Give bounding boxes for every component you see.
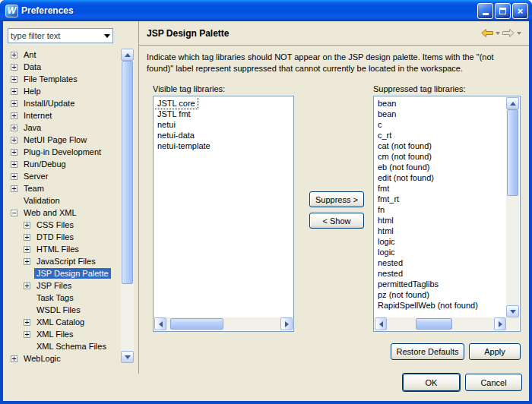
scrollbar-thumb[interactable]	[122, 61, 133, 284]
scroll-right-button[interactable]	[280, 317, 293, 330]
forward-dropdown-icon[interactable]	[517, 32, 521, 35]
list-item[interactable]: nested	[375, 268, 405, 279]
tree-item-java[interactable]: +Java	[5, 122, 117, 134]
ok-button[interactable]: OK	[403, 374, 460, 391]
scrollbar-thumb[interactable]	[507, 109, 518, 196]
scroll-up-button[interactable]	[506, 97, 519, 109]
expand-icon[interactable]: +	[11, 355, 17, 362]
tree-item-task-tags[interactable]: Task Tags	[5, 292, 117, 304]
list-item[interactable]: cm (not found)	[375, 151, 434, 162]
expand-icon[interactable]: +	[11, 52, 17, 58]
minimize-button[interactable]	[477, 3, 493, 19]
back-arrow-icon[interactable]	[481, 29, 493, 37]
list-item[interactable]: cat (not found)	[375, 140, 434, 151]
suppressed-list-vscrollbar[interactable]	[506, 97, 519, 317]
expand-icon[interactable]: +	[11, 112, 17, 119]
scrollbar-track[interactable]	[166, 317, 280, 330]
tree-item-weblogic[interactable]: +WebLogic	[5, 352, 117, 363]
tree-item-jsp-design-palette[interactable]: JSP Design Palette	[5, 267, 117, 279]
list-item[interactable]: bean	[375, 109, 398, 119]
forward-arrow-icon[interactable]	[502, 29, 515, 37]
expand-icon[interactable]: +	[11, 64, 17, 71]
tree-item-run-debug[interactable]: +Run/Debug	[5, 158, 117, 170]
suppressed-taglibs-listbox[interactable]: beanbeancc_rtcat (not found)cm (not foun…	[373, 96, 521, 332]
scroll-right-button[interactable]	[494, 317, 506, 330]
tree-scrollbar[interactable]	[121, 49, 134, 363]
tree-item-xml-catalog[interactable]: +XML Catalog	[5, 316, 117, 328]
expand-icon[interactable]: +	[11, 137, 17, 144]
scroll-up-button[interactable]	[121, 49, 134, 61]
tree-item-team[interactable]: +Team	[5, 182, 117, 194]
visible-taglibs-listbox[interactable]: JSTL coreJSTL fmtnetuinetui-datanetui-te…	[153, 96, 294, 332]
list-item[interactable]: html	[375, 215, 396, 226]
filter-combo[interactable]	[8, 28, 113, 43]
tree-item-plug-in-development[interactable]: +Plug-in Development	[5, 146, 117, 158]
tree-item-server[interactable]: +Server	[5, 170, 117, 182]
scrollbar-track[interactable]	[121, 61, 134, 351]
suppress-button[interactable]: Suppress >	[309, 191, 364, 207]
suppressed-list-hscrollbar[interactable]	[375, 317, 506, 330]
back-dropdown-icon[interactable]	[496, 32, 500, 35]
scroll-down-button[interactable]	[121, 351, 134, 363]
list-item[interactable]: logic	[375, 247, 397, 257]
filter-dropdown-button[interactable]	[102, 34, 112, 38]
tree-item-xml-schema-files[interactable]: XML Schema Files	[5, 340, 117, 352]
list-item[interactable]: netui	[155, 119, 178, 130]
tree-item-ant[interactable]: +Ant	[5, 49, 117, 61]
tree-item-xml-files[interactable]: +XML Files	[5, 328, 117, 340]
expand-icon[interactable]: +	[11, 100, 17, 107]
tree-item-html-files[interactable]: +HTML Files	[5, 243, 117, 255]
expand-icon[interactable]: +	[11, 88, 17, 95]
expand-icon[interactable]: +	[24, 258, 30, 265]
tree-item-file-templates[interactable]: +File Templates	[5, 73, 117, 85]
expand-icon[interactable]: +	[24, 246, 30, 253]
tree-item-wsdl-files[interactable]: WSDL Files	[5, 304, 117, 316]
list-item[interactable]: fmt_rt	[375, 194, 401, 204]
tree-item-internet[interactable]: +Internet	[5, 109, 117, 122]
tree-item-validation[interactable]: Validation	[5, 194, 117, 207]
list-item[interactable]: JSTL core	[155, 98, 198, 109]
list-item[interactable]: pz (not found)	[375, 289, 432, 300]
collapse-icon[interactable]: −	[11, 210, 17, 216]
expand-icon[interactable]: +	[24, 222, 30, 229]
list-item[interactable]: fn	[375, 204, 387, 215]
expand-icon[interactable]: +	[24, 282, 30, 289]
tree-item-netui-page-flow[interactable]: +NetUI Page Flow	[5, 134, 117, 146]
scrollbar-thumb[interactable]	[416, 318, 452, 330]
tree-item-data[interactable]: +Data	[5, 61, 117, 73]
expand-icon[interactable]: +	[24, 234, 30, 241]
scrollbar-track[interactable]	[506, 109, 519, 305]
scroll-left-button[interactable]	[375, 317, 387, 330]
expand-icon[interactable]: +	[11, 76, 17, 83]
scrollbar-thumb[interactable]	[170, 318, 224, 330]
expand-icon[interactable]: +	[11, 161, 17, 168]
show-button[interactable]: < Show	[309, 213, 364, 229]
list-item[interactable]: RapidSpellWeb (not found)	[375, 300, 480, 311]
expand-icon[interactable]: +	[11, 149, 17, 156]
tree-item-css-files[interactable]: +CSS Files	[5, 219, 117, 231]
list-item[interactable]: netui-template	[155, 140, 213, 151]
expand-icon[interactable]: +	[24, 319, 30, 326]
close-button[interactable]: ×	[512, 3, 528, 19]
list-item[interactable]: html	[375, 226, 396, 236]
list-item[interactable]: netui-data	[155, 130, 197, 140]
apply-button[interactable]: Apply	[469, 343, 521, 360]
maximize-button[interactable]	[495, 3, 511, 19]
restore-defaults-button[interactable]: Restore Defaults	[391, 343, 464, 360]
tree-item-javascript-files[interactable]: +JavaScript Files	[5, 255, 117, 267]
tree-item-help[interactable]: +Help	[5, 85, 117, 97]
expand-icon[interactable]: +	[11, 125, 17, 131]
scrollbar-track[interactable]	[387, 317, 494, 330]
scroll-down-button[interactable]	[506, 305, 519, 317]
cancel-button[interactable]: Cancel	[465, 374, 522, 391]
expand-icon[interactable]: +	[11, 173, 17, 180]
filter-input[interactable]	[8, 31, 102, 40]
list-item[interactable]: eb (not found)	[375, 162, 432, 172]
list-item[interactable]: c	[375, 119, 385, 130]
expand-icon[interactable]: +	[24, 331, 30, 338]
list-item[interactable]: logic	[375, 236, 397, 247]
list-item[interactable]: fmt	[375, 183, 391, 194]
tree-item-install-update[interactable]: +Install/Update	[5, 97, 117, 109]
tree-item-dtd-files[interactable]: +DTD Files	[5, 231, 117, 243]
list-item[interactable]: permittedTaglibs	[375, 279, 441, 289]
